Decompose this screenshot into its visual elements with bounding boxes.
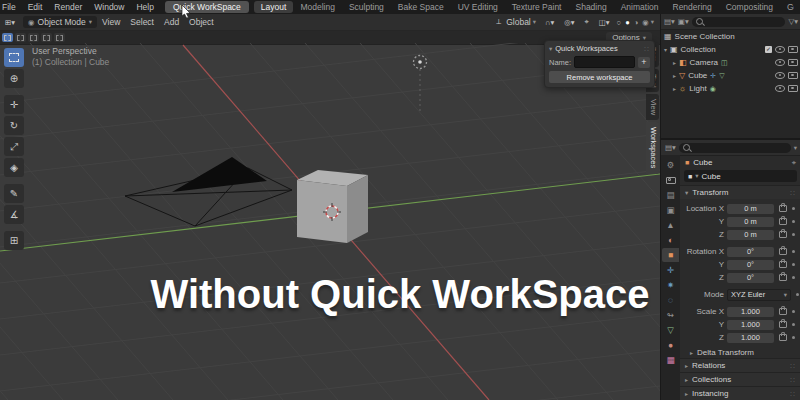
outliner-display-mode-icon[interactable]: ▤▾ — [664, 17, 675, 26]
tab-texture[interactable]: ▦ — [662, 353, 679, 367]
viewport-3d[interactable] — [0, 43, 660, 400]
editor-type-icon[interactable]: ▤▾ — [665, 143, 676, 152]
menu-add[interactable]: Add — [159, 17, 184, 27]
animate-dot-icon[interactable] — [792, 233, 795, 236]
proportional-editing-icon[interactable]: ◎▾ — [559, 18, 579, 27]
lock-icon[interactable] — [779, 274, 787, 281]
pin-icon[interactable]: ⌖ — [792, 158, 796, 168]
disable-render-icon[interactable] — [788, 46, 798, 53]
location-z-field[interactable]: 0 m — [727, 230, 774, 240]
tab-object[interactable]: ■ — [662, 248, 679, 262]
tab-render[interactable] — [662, 173, 679, 187]
shading-rendered-icon[interactable]: ◉ — [640, 18, 651, 27]
menu-render[interactable]: Render — [48, 2, 88, 12]
outliner-row-scene-collection[interactable]: ▦ Scene Collection — [661, 30, 800, 43]
rotation-x-field[interactable]: 0° — [727, 247, 774, 257]
instancing-panel[interactable]: ▸ Instancing :: — [680, 386, 800, 400]
animate-dot-icon[interactable] — [792, 336, 795, 339]
outliner-row-collection[interactable]: ▾ ▣ Collection ✓ — [661, 43, 800, 56]
workspace-tab-compositing[interactable]: Compositing — [719, 1, 780, 13]
workspace-tab-bake-space[interactable]: Bake Space — [391, 1, 451, 13]
location-y-field[interactable]: 0 m — [727, 217, 774, 227]
workspace-tab-texture-paint[interactable]: Texture Paint — [505, 1, 569, 13]
scale-tool-icon[interactable]: ⤢ — [4, 137, 24, 156]
select-mode-extend-button[interactable] — [15, 33, 26, 42]
lock-icon[interactable] — [779, 261, 787, 268]
chevron-down-icon[interactable]: ▾ — [794, 144, 797, 152]
drag-handle-icon[interactable]: :: — [644, 45, 650, 52]
outliner-row-light[interactable]: ▸ ☼ Light ◉ — [661, 82, 800, 95]
location-x-field[interactable]: 0 m — [727, 204, 774, 214]
add-workspace-button[interactable]: + — [638, 57, 650, 68]
lock-icon[interactable] — [779, 321, 787, 328]
animate-dot-icon[interactable] — [796, 293, 799, 296]
transform-orientation-selector[interactable]: Global — [506, 17, 531, 27]
menu-help[interactable]: Help — [130, 2, 159, 12]
expand-icon[interactable]: ▸ — [673, 72, 676, 79]
collections-panel[interactable]: ▸ Collections :: — [680, 372, 800, 386]
shading-wireframe-icon[interactable]: ○ — [615, 18, 624, 27]
hide-viewport-icon[interactable] — [775, 72, 785, 79]
tab-particles[interactable]: ✷ — [662, 278, 679, 292]
tab-constraints[interactable]: ↬ — [662, 308, 679, 322]
select-mode-invert-button[interactable] — [41, 33, 52, 42]
workspace-name-input[interactable] — [574, 56, 635, 68]
animate-dot-icon[interactable] — [792, 263, 795, 266]
quick-workspace-menu-button[interactable]: Quick WorkSpace — [165, 1, 249, 13]
rotation-z-field[interactable]: 0° — [727, 273, 774, 283]
outliner-search-input[interactable] — [692, 17, 786, 27]
rotation-mode-dropdown[interactable]: XYZ Euler ▾ — [727, 289, 791, 301]
menu-edit[interactable]: Edit — [22, 2, 49, 12]
animate-dot-icon[interactable] — [792, 276, 795, 279]
menu-view[interactable]: View — [97, 17, 125, 27]
lock-icon[interactable] — [779, 231, 787, 238]
menu-object[interactable]: Object — [184, 17, 219, 27]
expand-icon[interactable]: ▸ — [673, 85, 676, 92]
add-cube-tool-icon[interactable]: ⊞ — [4, 231, 24, 250]
select-mode-intersect-button[interactable] — [54, 33, 65, 42]
workspace-tab-animation[interactable]: Animation — [614, 1, 666, 13]
tab-material[interactable]: ● — [662, 338, 679, 352]
sidebar-tab-view[interactable]: View — [646, 94, 659, 120]
tab-output[interactable]: ▤ — [662, 188, 679, 202]
filter-funnel-icon[interactable]: ▽▾ — [788, 17, 798, 26]
outliner-row-cube[interactable]: ▸ ▽ Cube ✛ ▽ — [661, 69, 800, 82]
animate-dot-icon[interactable] — [792, 310, 795, 313]
lock-icon[interactable] — [779, 218, 787, 225]
disable-render-icon[interactable] — [788, 72, 798, 79]
outliner-row-camera[interactable]: ▸ ◧ Camera ◫ — [661, 56, 800, 69]
tab-world[interactable]: ◐ — [662, 233, 679, 247]
remove-workspace-button[interactable]: Remove workspace — [549, 71, 650, 83]
lock-icon[interactable] — [779, 205, 787, 212]
measure-tool-icon[interactable]: ∡ — [4, 205, 24, 224]
animate-dot-icon[interactable] — [792, 207, 795, 210]
hide-viewport-icon[interactable] — [775, 85, 785, 92]
transform-tool-icon[interactable]: ◈ — [4, 158, 24, 177]
outliner-filter-mode-icon[interactable]: ▣▾ — [678, 17, 689, 26]
move-tool-icon[interactable]: ✛ — [4, 95, 24, 114]
panel-collapse-icon[interactable]: ▾ — [549, 45, 552, 53]
collection-checkbox[interactable]: ✓ — [765, 46, 772, 53]
tab-modifiers[interactable]: ✛ — [662, 263, 679, 277]
workspace-tab-uv-editing[interactable]: UV Editing — [451, 1, 505, 13]
animate-dot-icon[interactable] — [792, 250, 795, 253]
menu-window[interactable]: Window — [88, 2, 130, 12]
properties-search-input[interactable] — [679, 143, 791, 153]
lock-icon[interactable] — [779, 308, 787, 315]
rotate-tool-icon[interactable]: ↻ — [4, 116, 24, 135]
animate-dot-icon[interactable] — [792, 220, 795, 223]
tab-tool[interactable]: ⚙ — [662, 158, 679, 172]
select-box-tool-icon[interactable] — [4, 48, 24, 67]
transform-panel-header[interactable]: ▾ Transform :: — [680, 185, 800, 199]
workspace-tab-geometry-nodes[interactable]: Geometry Nod — [780, 1, 794, 13]
viewport-canvas[interactable] — [0, 43, 660, 400]
shading-material-icon[interactable]: ◑ — [632, 18, 641, 27]
hide-viewport-icon[interactable] — [775, 59, 785, 66]
menu-file[interactable]: File — [0, 2, 22, 12]
snap-magnet-icon[interactable]: ∩▾ — [540, 18, 559, 27]
overlays-icon[interactable]: ◫▾ — [594, 18, 615, 27]
expand-icon[interactable]: ▸ — [673, 59, 676, 66]
mode-selector[interactable]: ◉ Object Mode ▾ — [23, 16, 97, 28]
lock-icon[interactable] — [779, 334, 787, 341]
tab-scene[interactable]: ▲ — [662, 218, 679, 232]
